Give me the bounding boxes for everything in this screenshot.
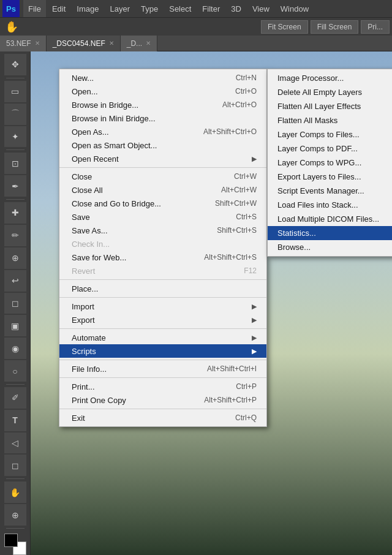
tool-sep-1	[6, 78, 24, 78]
menu-select[interactable]: Select	[164, 0, 196, 17]
color-swatches[interactable]	[4, 534, 26, 555]
tab-close-1[interactable]: ✕	[109, 40, 114, 47]
submenu-image-processor[interactable]: Image Processor...	[268, 71, 392, 85]
menu-revert: Revert F12	[59, 264, 266, 278]
tool-sep-5	[6, 478, 24, 479]
submenu-load-stack[interactable]: Load Files into Stack...	[268, 198, 392, 212]
print-button[interactable]: Pri...	[361, 20, 390, 34]
tab-close-2[interactable]: ✕	[146, 40, 151, 47]
tool-sep-6	[6, 528, 24, 529]
file-menu-section-8: Exit Ctrl+Q	[59, 409, 266, 426]
menu-check-in: Check In...	[59, 237, 266, 251]
eyedropper-tool[interactable]: ✒	[4, 175, 26, 197]
hand-tool-top[interactable]: ✋	[2, 20, 21, 34]
file-menu-section-6: File Info... Alt+Shift+Ctrl+I	[59, 360, 266, 378]
menu-new[interactable]: New... Ctrl+N	[59, 71, 266, 85]
hand-tool[interactable]: ✋	[4, 481, 26, 503]
tab-53nef[interactable]: 53.NEF ✕	[0, 36, 47, 51]
tab-d[interactable]: _D... ✕	[121, 36, 157, 51]
healing-tool[interactable]: ✚	[4, 202, 26, 224]
fit-screen-button[interactable]: Fit Screen	[261, 20, 308, 34]
menu-browse-bridge[interactable]: Browse in Bridge... Alt+Ctrl+O	[59, 98, 266, 111]
menu-print-one[interactable]: Print One Copy Alt+Shift+Ctrl+P	[59, 393, 266, 407]
dodge-tool[interactable]: ○	[4, 360, 26, 382]
magic-wand-tool[interactable]: ✦	[4, 126, 26, 148]
file-menu-section-1: New... Ctrl+N Open... Ctrl+O Browse in B…	[59, 69, 266, 168]
menu-window[interactable]: Window	[276, 0, 314, 17]
shape-tool[interactable]: ◻	[4, 455, 26, 476]
tool-panel: ✥ ▭ ⌒ ✦ ⊡ ✒ ✚ ✏ ⊕ ↩ ◻ ▣ ◉ ○ ✐ T ◁ ◻ ✋ ⊕	[0, 51, 31, 555]
history-tool[interactable]: ↩	[4, 270, 26, 292]
clone-tool[interactable]: ⊕	[4, 247, 26, 269]
brush-tool[interactable]: ✏	[4, 225, 26, 246]
eraser-tool[interactable]: ◻	[4, 293, 26, 314]
main-area: ✥ ▭ ⌒ ✦ ⊡ ✒ ✚ ✏ ⊕ ↩ ◻ ▣ ◉ ○ ✐ T ◁ ◻ ✋ ⊕	[0, 51, 392, 555]
blur-tool[interactable]: ◉	[4, 338, 26, 359]
menu-open-smart[interactable]: Open as Smart Object...	[59, 138, 266, 152]
menu-edit[interactable]: Edit	[47, 0, 70, 17]
menu-exit[interactable]: Exit Ctrl+Q	[59, 411, 266, 425]
tab-dsc0454[interactable]: _DSC0454.NEF ✕	[47, 36, 121, 51]
menu-3d[interactable]: 3D	[226, 0, 246, 17]
file-menu-section-3: Place...	[59, 280, 266, 298]
menu-file-info[interactable]: File Info... Alt+Shift+Ctrl+I	[59, 362, 266, 376]
submenu-layer-comps-wpg[interactable]: Layer Comps to WPG...	[268, 156, 392, 170]
menu-close-bridge[interactable]: Close and Go to Bridge... Shift+Ctrl+W	[59, 197, 266, 210]
pen-tool[interactable]: ✐	[4, 387, 26, 409]
path-tool[interactable]: ◁	[4, 432, 26, 454]
marquee-tool[interactable]: ▭	[4, 81, 26, 102]
menu-file[interactable]: File	[23, 0, 46, 17]
menu-automate[interactable]: Automate ▶	[59, 331, 266, 344]
submenu-browse[interactable]: Browse...	[268, 240, 392, 254]
tool-sep-4	[6, 384, 24, 385]
submenu-export-layers[interactable]: Export Layers to Files...	[268, 170, 392, 184]
tool-sep-3	[6, 199, 24, 200]
tabs-row: 53.NEF ✕ _DSC0454.NEF ✕ _D... ✕	[0, 36, 392, 51]
menu-save[interactable]: Save Ctrl+S	[59, 210, 266, 224]
crop-tool[interactable]: ⊡	[4, 153, 26, 174]
menu-place[interactable]: Place...	[59, 282, 266, 295]
menu-open-as[interactable]: Open As... Alt+Shift+Ctrl+O	[59, 125, 266, 138]
tool-sep-2	[6, 149, 24, 150]
menu-open[interactable]: Open... Ctrl+O	[59, 85, 266, 98]
ps-logo: Ps	[2, 0, 20, 17]
file-menu-dropdown: New... Ctrl+N Open... Ctrl+O Browse in B…	[59, 69, 267, 427]
gradient-tool[interactable]: ▣	[4, 315, 26, 336]
menu-export[interactable]: Export ▶	[59, 313, 266, 327]
submenu-statistics[interactable]: Statistics...	[268, 226, 392, 240]
submenu-layer-comps-files[interactable]: Layer Comps to Files...	[268, 127, 392, 142]
move-tool[interactable]: ✥	[4, 54, 26, 75]
file-menu-section-4: Import ▶ Export ▶	[59, 298, 266, 329]
submenu-flatten-effects[interactable]: Flatten All Layer Effects	[268, 99, 392, 113]
toolbar-row: ✋ Fit Screen Fill Screen Pri...	[0, 17, 392, 36]
menu-save-as[interactable]: Save As... Shift+Ctrl+S	[59, 224, 266, 237]
submenu-flatten-masks[interactable]: Flatten All Masks	[268, 113, 392, 127]
menu-image[interactable]: Image	[72, 0, 104, 17]
submenu-delete-empty[interactable]: Delete All Empty Layers	[268, 85, 392, 99]
menu-scripts[interactable]: Scripts ▶	[59, 344, 266, 358]
menu-print[interactable]: Print... Ctrl+P	[59, 380, 266, 393]
menu-bar: Ps File Edit Image Layer Type Select Fil…	[0, 0, 392, 17]
menu-import[interactable]: Import ▶	[59, 300, 266, 313]
zoom-tool[interactable]: ⊕	[4, 504, 26, 526]
submenu-load-dicom[interactable]: Load Multiple DICOM Files...	[268, 212, 392, 226]
scripts-submenu: Image Processor... Delete All Empty Laye…	[267, 69, 392, 257]
menu-open-recent[interactable]: Open Recent ▶	[59, 152, 266, 165]
submenu-script-events[interactable]: Script Events Manager...	[268, 184, 392, 198]
tab-close-0[interactable]: ✕	[35, 40, 40, 47]
menu-browse-mini[interactable]: Browse in Mini Bridge...	[59, 111, 266, 125]
menu-save-web[interactable]: Save for Web... Alt+Shift+Ctrl+S	[59, 251, 266, 264]
menu-close-all[interactable]: Close All Alt+Ctrl+W	[59, 183, 266, 197]
menu-type[interactable]: Type	[136, 0, 163, 17]
submenu-layer-comps-pdf[interactable]: Layer Comps to PDF...	[268, 142, 392, 156]
text-tool[interactable]: T	[4, 410, 26, 431]
menu-close[interactable]: Close Ctrl+W	[59, 170, 266, 183]
file-menu-section-5: Automate ▶ Scripts ▶	[59, 329, 266, 360]
menu-filter[interactable]: Filter	[197, 0, 225, 17]
fill-screen-button[interactable]: Fill Screen	[311, 20, 359, 34]
menu-view[interactable]: View	[247, 0, 274, 17]
lasso-tool[interactable]: ⌒	[4, 104, 26, 125]
foreground-color[interactable]	[4, 534, 18, 547]
menu-layer[interactable]: Layer	[105, 0, 135, 17]
file-menu-section-7: Print... Ctrl+P Print One Copy Alt+Shift…	[59, 378, 266, 409]
